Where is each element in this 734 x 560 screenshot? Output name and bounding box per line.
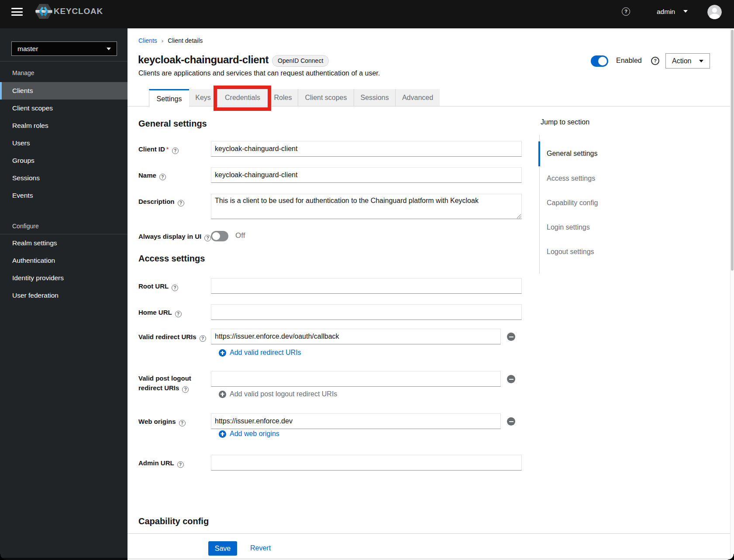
action-caret-icon — [699, 60, 703, 62]
home-url-input[interactable] — [211, 304, 522, 320]
plus-circle-icon — [219, 349, 226, 357]
user-menu-caret-icon — [683, 10, 688, 13]
client-help-icon[interactable]: ? — [651, 57, 659, 65]
tabbar-underline — [128, 106, 730, 107]
post-logout-uris-label: Valid post logout redirect URIs? — [138, 374, 215, 393]
save-button[interactable]: Save — [208, 541, 237, 556]
always-display-help-icon[interactable]: ? — [204, 235, 211, 241]
realm-name: master — [17, 45, 38, 53]
sidebar-item-authentication[interactable]: Authentication — [0, 252, 128, 269]
protocol-badge: OpenID Connect — [272, 55, 329, 67]
breadcrumb-separator-icon: › — [162, 38, 163, 44]
client-id-input[interactable] — [211, 141, 522, 157]
jump-link-capability-config[interactable]: Capability config — [547, 199, 598, 207]
breadcrumb: Clients › Client details — [138, 37, 203, 44]
always-display-label: Always display in UI? — [138, 232, 215, 241]
admin-url-label: Admin URL? — [138, 458, 215, 468]
revert-button[interactable]: Revert — [250, 544, 271, 552]
enabled-label: Enabled — [616, 57, 642, 65]
add-redirect-uri-button[interactable]: Add valid redirect URIs — [219, 349, 301, 357]
client-id-help-icon[interactable]: ? — [172, 148, 179, 154]
remove-redirect-uri-button[interactable] — [507, 333, 515, 341]
window-edge — [0, 558, 128, 560]
jump-to-section-title: Jump to section — [541, 118, 589, 126]
root-url-help-icon[interactable]: ? — [172, 285, 178, 291]
brand-name: KEYCLOAK — [54, 7, 103, 16]
admin-url-help-icon[interactable]: ? — [177, 461, 184, 468]
tab-advanced[interactable]: Advanced — [395, 89, 440, 106]
home-url-help-icon[interactable]: ? — [175, 311, 182, 317]
toggle-knob — [598, 57, 607, 65]
realm-selector[interactable]: master — [11, 41, 117, 56]
root-url-label: Root URL? — [138, 282, 215, 291]
jump-link-general-settings[interactable]: General settings — [547, 149, 598, 158]
sidebar-item-client-scopes[interactable]: Client scopes — [0, 100, 128, 117]
footer-divider — [128, 533, 730, 534]
keycloak-admin-console: KEYCLOAK ? admin master Manage Clients C… — [0, 0, 734, 560]
jump-active-indicator — [538, 141, 540, 166]
hamburger-bar — [11, 14, 23, 16]
add-post-logout-uri-button[interactable]: Add valid post logout redirect URIs — [219, 390, 337, 398]
realm-caret-icon — [107, 48, 111, 50]
user-menu[interactable]: admin — [657, 7, 675, 16]
nav-toggle-button[interactable] — [11, 8, 23, 16]
always-display-toggle[interactable] — [211, 231, 228, 241]
breadcrumb-clients-link[interactable]: Clients — [138, 37, 157, 44]
sidebar-item-users[interactable]: Users — [0, 134, 128, 152]
tab-client-scopes[interactable]: Client scopes — [298, 89, 354, 106]
tab-keys[interactable]: Keys — [189, 89, 217, 106]
jump-link-login-settings[interactable]: Login settings — [547, 223, 590, 232]
redirect-uri-input[interactable] — [211, 329, 501, 344]
sidebar-item-events[interactable]: Events — [0, 187, 128, 204]
window-corner — [0, 554, 6, 560]
home-url-label: Home URL? — [138, 308, 215, 317]
redirect-uris-help-icon[interactable]: ? — [200, 335, 206, 342]
avatar[interactable] — [707, 5, 722, 19]
plus-circle-icon — [219, 430, 226, 438]
post-logout-uris-help-icon[interactable]: ? — [182, 386, 189, 393]
jump-link-access-settings[interactable]: Access settings — [547, 174, 595, 183]
tab-settings[interactable]: Settings — [149, 89, 189, 107]
sidebar-item-realm-settings[interactable]: Realm settings — [0, 234, 128, 252]
help-icon[interactable]: ? — [622, 7, 630, 16]
redirect-uris-label: Valid redirect URIs? — [138, 332, 215, 342]
add-web-origins-button[interactable]: Add web origins — [219, 430, 279, 438]
avatar-icon — [707, 5, 722, 19]
tab-sessions[interactable]: Sessions — [354, 89, 395, 106]
jump-link-logout-settings[interactable]: Logout settings — [547, 247, 594, 256]
sidebar-item-realm-roles[interactable]: Realm roles — [0, 117, 128, 134]
general-settings-heading: General settings — [138, 119, 207, 129]
page-scrollbar-thumb[interactable] — [731, 30, 734, 271]
sidebar-section-configure: Configure — [12, 223, 39, 230]
sidebar-item-identity-providers[interactable]: Identity providers — [0, 269, 128, 287]
admin-url-input[interactable] — [211, 455, 522, 471]
description-textarea[interactable]: This is a client to be used for authenti… — [211, 194, 522, 219]
remove-post-logout-uri-button[interactable] — [507, 375, 515, 383]
sidebar-divider — [0, 61, 128, 62]
description-help-icon[interactable]: ? — [178, 200, 184, 206]
window-edge — [128, 559, 734, 559]
remove-web-origin-button[interactable] — [507, 417, 515, 426]
page-subtitle: Clients are applications and services th… — [138, 69, 380, 77]
enabled-toggle[interactable] — [591, 55, 608, 67]
toggle-knob — [212, 232, 220, 240]
sidebar-item-sessions[interactable]: Sessions — [0, 169, 128, 187]
keycloak-logo-icon — [35, 4, 52, 19]
access-settings-heading: Access settings — [138, 254, 205, 264]
tab-roles[interactable]: Roles — [268, 89, 298, 106]
name-input[interactable] — [211, 167, 522, 183]
sidebar-item-clients[interactable]: Clients — [0, 82, 128, 100]
tab-credentials[interactable]: Credentials — [217, 89, 268, 106]
keycloak-logo[interactable]: KEYCLOAK — [35, 4, 103, 19]
web-origins-input[interactable] — [211, 413, 501, 429]
root-url-input[interactable] — [211, 278, 522, 294]
action-label: Action — [672, 57, 691, 65]
action-dropdown[interactable]: Action — [665, 53, 710, 69]
sidebar-item-user-federation[interactable]: User federation — [0, 287, 128, 304]
post-logout-uri-input[interactable] — [211, 371, 501, 387]
hamburger-bar — [11, 8, 23, 9]
always-display-state: Off — [235, 231, 245, 240]
web-origins-help-icon[interactable]: ? — [179, 420, 186, 426]
sidebar-item-groups[interactable]: Groups — [0, 152, 128, 169]
name-help-icon[interactable]: ? — [159, 174, 166, 180]
